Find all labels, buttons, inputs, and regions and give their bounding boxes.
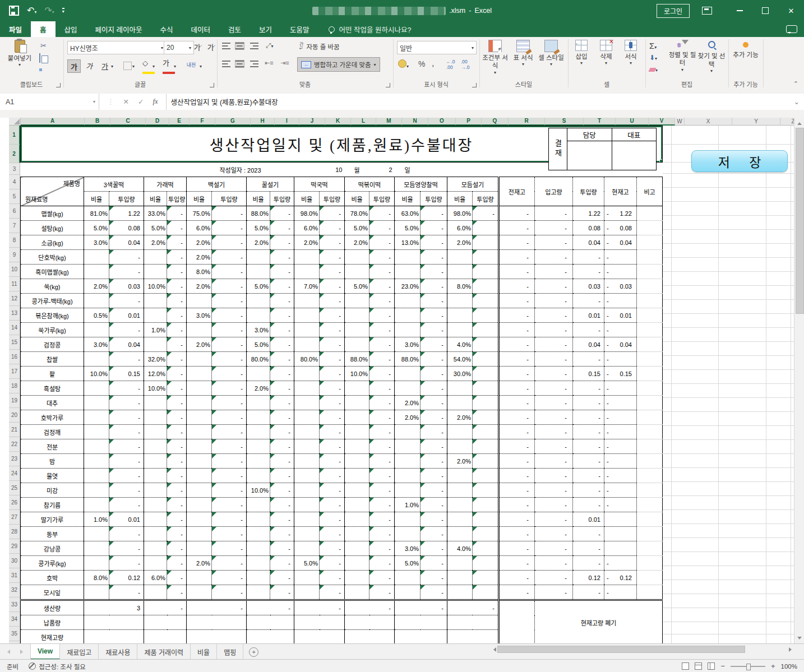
ratio-cell[interactable] [84,527,109,541]
paste-button[interactable]: 붙여넣기▾ [4,40,35,68]
input-cell[interactable]: - [109,381,144,396]
memo-cell[interactable] [637,425,663,439]
ratio-cell[interactable]: 2.0% [187,235,212,250]
ratio-cell[interactable] [294,381,320,396]
input-cell[interactable]: - [369,498,395,512]
input-cell[interactable]: - [369,556,395,571]
column-header-K[interactable]: K [325,118,351,126]
total-value-cell[interactable] [144,615,187,630]
align-bottom-icon[interactable] [250,43,258,49]
column-header-I[interactable]: I [275,118,299,126]
ratio-cell[interactable] [187,571,212,585]
ratio-cell[interactable] [294,410,320,425]
format-cells-button[interactable]: 서식▾ [619,40,643,66]
ratio-cell[interactable] [294,250,320,265]
ratio-cell[interactable] [447,381,473,396]
ingredient-name[interactable]: 물엿 [21,469,84,483]
ratio-cell[interactable] [294,425,320,439]
input-cell[interactable]: - [320,265,345,279]
sub-header-input[interactable]: 투입량 [320,192,345,206]
input-cell[interactable]: - [421,498,447,512]
total-value-cell[interactable]: - [187,600,247,615]
input-total-cell[interactable]: 1.22 [573,206,604,221]
ratio-cell[interactable]: 2.0% [247,235,270,250]
input-cell[interactable]: - [270,221,294,235]
input-cell[interactable]: - [270,556,294,571]
ratio-cell[interactable] [447,396,473,410]
input-cell[interactable]: - [421,469,447,483]
input-cell[interactable]: - [167,527,187,541]
ratio-cell[interactable]: 32.0% [144,352,167,367]
input-total-cell[interactable]: 0.04 [573,235,604,250]
zoom-out-icon[interactable]: − [720,662,725,670]
input-cell[interactable]: - [421,454,447,469]
stock-in-cell[interactable]: - [535,308,573,323]
font-size-combo[interactable]: 20▾ [164,41,194,54]
product-header[interactable]: 모듬설기 [447,177,499,192]
fill-icon[interactable]: ⬇▾ [649,54,657,62]
input-cell[interactable]: - [320,439,345,454]
ratio-cell[interactable] [144,337,167,352]
input-cell[interactable]: - [212,352,247,367]
input-cell[interactable]: 0.01 [109,512,144,527]
memo-cell[interactable] [637,235,663,250]
ingredient-name[interactable]: 호박가루 [21,410,84,425]
ratio-cell[interactable]: 5.0% [247,337,270,352]
ratio-cell[interactable] [187,541,212,556]
ratio-cell[interactable]: 63.0% [395,206,421,221]
row-header-20[interactable]: 20 [9,408,20,423]
input-cell[interactable]: - [421,308,447,323]
input-total-cell[interactable]: - [573,498,604,512]
memo-cell[interactable] [637,556,663,571]
ratio-cell[interactable]: 88.0% [247,206,270,221]
format-as-table-button[interactable]: 표 서식▾ [509,40,537,67]
formula-bar-expand-icon[interactable]: ⌄ [789,94,804,110]
ratio-cell[interactable] [144,512,167,527]
stock-in-cell[interactable]: - [535,367,573,381]
total-row-name[interactable]: 생산량 [21,600,84,615]
row-header-6[interactable]: 6 [9,204,20,219]
input-cell[interactable]: - [270,512,294,527]
input-cell[interactable]: - [320,556,345,571]
input-cell[interactable] [473,279,499,294]
ratio-cell[interactable]: 2.0% [395,410,421,425]
ratio-cell[interactable] [294,585,320,600]
input-cell[interactable]: - [212,585,247,600]
borders-button[interactable] [121,59,133,72]
column-header-P[interactable]: P [456,118,482,126]
input-cell[interactable]: - [320,410,345,425]
ratio-cell[interactable] [84,381,109,396]
input-cell[interactable]: - [109,498,144,512]
row-header-9[interactable]: 9 [9,248,20,262]
align-middle-icon[interactable] [235,43,244,49]
input-cell[interactable]: - [167,294,187,308]
stock-prev-cell[interactable]: - [499,585,535,600]
input-cell[interactable]: - [109,250,144,265]
ratio-cell[interactable] [187,367,212,381]
input-total-cell[interactable]: - [573,454,604,469]
ratio-cell[interactable] [447,308,473,323]
ratio-cell[interactable] [187,498,212,512]
font-color-button[interactable]: 가 [163,59,175,72]
sheet-tab-재료사용[interactable]: 재료사용 [99,644,137,660]
input-cell[interactable] [473,337,499,352]
zoom-slider-thumb[interactable] [746,664,751,670]
new-sheet-icon[interactable]: + [249,647,258,657]
sheet-nav-left-icon[interactable] [0,644,15,660]
ratio-cell[interactable] [345,541,369,556]
input-total-cell[interactable]: - [573,265,604,279]
stock-now-cell[interactable]: - [604,250,637,265]
stock-prev-cell[interactable]: - [499,294,535,308]
ratio-cell[interactable] [247,541,270,556]
stock-now-cell[interactable]: - [604,396,637,410]
input-cell[interactable] [473,235,499,250]
input-cell[interactable] [473,367,499,381]
input-cell[interactable]: - [167,323,187,337]
input-cell[interactable]: - [212,206,247,221]
input-cell[interactable]: - [212,571,247,585]
sub-header-ratio[interactable]: 비율 [395,192,421,206]
ratio-cell[interactable] [345,439,369,454]
stock-now-cell[interactable]: - [604,556,637,571]
input-cell[interactable]: - [369,454,395,469]
input-total-cell[interactable]: - [573,541,604,556]
